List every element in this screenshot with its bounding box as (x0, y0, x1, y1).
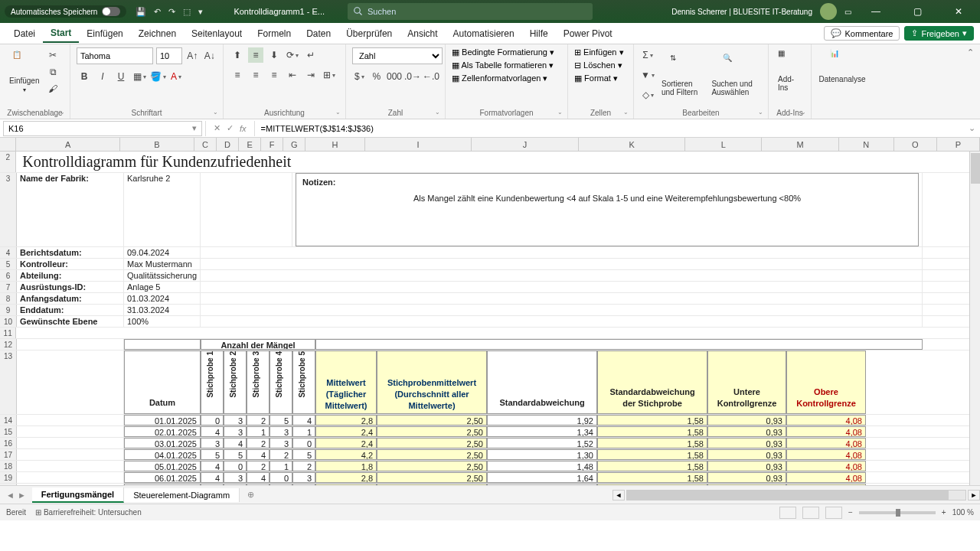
cell[interactable] (201, 173, 292, 246)
addins-button[interactable]: ▦Add-Ins (775, 47, 805, 93)
align-right-icon[interactable]: ≡ (266, 67, 282, 83)
decrease-indent-icon[interactable]: ⇤ (285, 67, 300, 83)
increase-font-icon[interactable]: A↑ (185, 48, 200, 64)
info-value[interactable]: Anlage 5 (124, 282, 201, 292)
page-break-view-icon[interactable] (825, 507, 842, 519)
col-header[interactable]: C (194, 138, 217, 151)
tab-review[interactable]: Überprüfen (338, 25, 400, 42)
font-name-combo[interactable] (77, 47, 153, 64)
page-title[interactable]: Kontrolldiagramm für Kundenzufriedenheit (16, 152, 980, 172)
cell-ucl[interactable]: 4,08 (786, 438, 866, 448)
col-sample-stddev[interactable]: Standardabweichung der Stichprobe (597, 350, 707, 414)
tab-automate[interactable]: Automatisieren (446, 25, 522, 42)
row-header[interactable]: 7 (0, 282, 17, 292)
col-daily-mean[interactable]: Mittelwert (Täglicher Mittelwert) (315, 350, 377, 414)
col-header[interactable]: A (16, 138, 120, 151)
select-all-corner[interactable] (0, 138, 16, 151)
worksheet-grid[interactable]: ABCDEFGHIJKLMNOP 2Kontrolldiagramm für K… (0, 138, 980, 485)
cell-sample[interactable]: 3 (201, 438, 224, 448)
cell-lcl[interactable]: 0,93 (707, 461, 786, 471)
row-header[interactable]: 19 (0, 472, 17, 483)
cell-sample[interactable]: 1 (292, 426, 315, 437)
autosum-icon[interactable]: Σ (640, 47, 655, 63)
row-header[interactable]: 12 (0, 339, 17, 350)
cell-stddev[interactable]: 1,92 (487, 415, 597, 425)
col-header[interactable]: N (839, 138, 894, 151)
formula-input[interactable]: =MITTELWERT($J$14:$J$36) (255, 124, 964, 133)
col-sample[interactable]: Stichprobe 1 (201, 350, 224, 414)
cell-ucl[interactable]: 4,08 (786, 472, 866, 483)
cell-sample[interactable]: 5 (270, 415, 292, 425)
cell-sample[interactable]: 3 (292, 472, 315, 483)
cell-sample[interactable]: 3 (270, 426, 292, 437)
cell-sample[interactable]: 2 (247, 461, 270, 471)
close-button[interactable]: ✕ (942, 6, 975, 17)
col-header[interactable]: G (283, 138, 305, 151)
col-header[interactable]: B (120, 138, 194, 151)
row-header[interactable]: 14 (0, 415, 17, 425)
cell[interactable] (16, 328, 980, 338)
info-value[interactable]: 09.04.2024 (124, 247, 201, 258)
cell-sample[interactable]: 3 (224, 415, 247, 425)
col-header[interactable]: F (261, 138, 283, 151)
cell[interactable] (17, 472, 124, 483)
col-sample[interactable]: Stichprobe 2 (224, 350, 247, 414)
fill-icon[interactable]: ▼ (640, 67, 655, 83)
cell-date[interactable]: 02.01.2025 (124, 426, 201, 437)
align-left-icon[interactable]: ≡ (230, 67, 245, 83)
cell-sample[interactable]: 5 (201, 449, 224, 460)
align-top-icon[interactable]: ⬆ (230, 47, 245, 63)
cell[interactable] (17, 415, 124, 425)
col-header[interactable]: P (937, 138, 980, 151)
cell-sample-stddev[interactable]: 1,58 (597, 438, 707, 448)
cell-ucl[interactable]: 4,08 (786, 484, 866, 485)
cell-sample[interactable]: 5 (292, 449, 315, 460)
clear-icon[interactable]: ◇ (640, 87, 655, 103)
cell-mean[interactable]: 3,8 (315, 484, 377, 485)
cell[interactable] (17, 449, 124, 460)
cell[interactable] (201, 247, 923, 258)
borders-button[interactable]: ▦ (132, 69, 147, 84)
cell[interactable] (201, 316, 923, 327)
cell-sample-stddev[interactable]: 1,58 (597, 415, 707, 425)
cell-stddev[interactable]: 1,30 (487, 449, 597, 460)
find-select-button[interactable]: 🔍Suchen und Auswählen (708, 52, 762, 98)
tab-layout[interactable]: Seitenlayout (184, 25, 250, 42)
copy-icon[interactable]: ⧉ (45, 64, 60, 80)
cell-sample-stddev[interactable]: 1,58 (597, 461, 707, 471)
font-color-button[interactable]: A (168, 69, 184, 84)
cell-sample-mean[interactable]: 2,50 (377, 449, 487, 460)
cell-sample-mean[interactable]: 2,50 (377, 484, 487, 485)
cell[interactable] (201, 270, 923, 281)
cell-sample[interactable]: 2 (247, 415, 270, 425)
cell-sample[interactable]: 0 (224, 461, 247, 471)
cell-mean[interactable]: 2,8 (315, 415, 377, 425)
col-header[interactable]: M (762, 138, 839, 151)
cell-sample[interactable]: 4 (201, 472, 224, 483)
cell[interactable] (17, 438, 124, 448)
info-value[interactable]: 31.03.2024 (124, 305, 201, 315)
sheet-tab-active[interactable]: Fertigungsmängel (32, 487, 124, 503)
col-stddev[interactable]: Standardabweichung (487, 350, 597, 414)
cell-stddev[interactable]: 1,34 (487, 426, 597, 437)
percent-icon[interactable]: % (370, 69, 384, 84)
comma-icon[interactable]: 000 (387, 69, 402, 84)
cell-lcl[interactable]: 0,93 (707, 415, 786, 425)
cell-lcl[interactable]: 0,93 (707, 438, 786, 448)
cell-lcl[interactable]: 0,93 (707, 426, 786, 437)
info-value[interactable]: Karlsruhe 2 (124, 173, 201, 246)
row-header[interactable]: 3 (0, 173, 17, 246)
col-header[interactable]: D (217, 138, 239, 151)
bold-button[interactable]: B (77, 69, 92, 84)
cell-mean[interactable]: 1,8 (315, 461, 377, 471)
cell-lcl[interactable]: 0,93 (707, 449, 786, 460)
tab-formulas[interactable]: Formeln (250, 25, 299, 42)
zoom-slider[interactable] (859, 511, 936, 514)
info-label[interactable]: Enddatum: (17, 305, 124, 315)
save-icon[interactable]: 💾 (136, 7, 146, 17)
col-ucl[interactable]: Obere Kontrollgrenze (786, 350, 866, 414)
cell-sample[interactable]: 3 (224, 426, 247, 437)
minimize-button[interactable]: — (859, 6, 893, 17)
cell-sample[interactable]: 4 (201, 461, 224, 471)
delete-cells-button[interactable]: ⊟ Löschen ▾ (574, 60, 622, 70)
